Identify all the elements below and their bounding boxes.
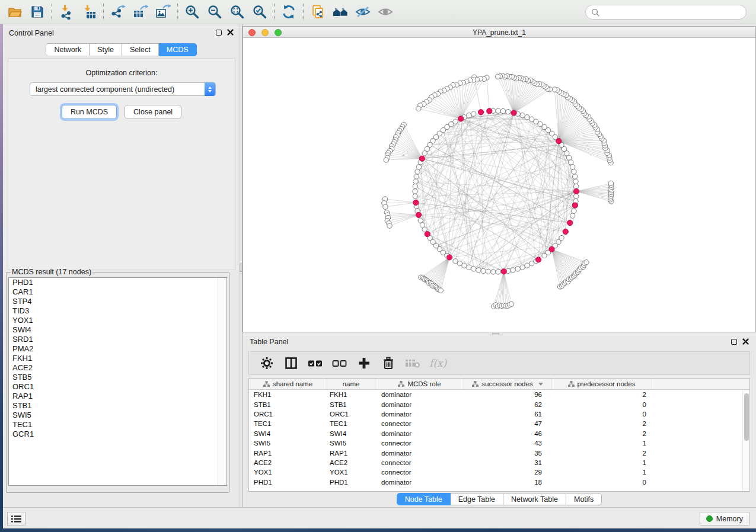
table-cell[interactable]: 46 [464, 430, 551, 437]
export-network-button[interactable] [107, 2, 129, 22]
table-cell[interactable]: STB1 [249, 401, 327, 408]
network-graph[interactable] [243, 38, 756, 332]
table-row[interactable]: STB1STB1dominator620 [249, 399, 749, 409]
table-cell[interactable]: connector [375, 469, 464, 476]
table-cell[interactable]: 35 [464, 450, 551, 457]
export-image-button[interactable] [152, 2, 174, 22]
table-cell[interactable]: FKH1 [249, 391, 327, 398]
column-header-name[interactable]: name [327, 379, 375, 389]
create-column-button[interactable] [356, 355, 372, 371]
table-cell[interactable]: dominator [375, 430, 464, 437]
column-header-predecessor-nodes[interactable]: predecessor nodes [551, 379, 652, 389]
zoom-selected-button[interactable] [248, 2, 271, 22]
clone-network-button[interactable] [307, 2, 329, 22]
table-cell[interactable]: 0 [551, 479, 652, 486]
table-scrollbar[interactable] [742, 390, 749, 491]
refresh-button[interactable] [277, 2, 300, 22]
export-table-button[interactable] [129, 2, 152, 22]
criterion-select[interactable]: largest connected component (undirected) [30, 82, 216, 96]
table-cell[interactable]: 29 [464, 469, 551, 476]
table-row[interactable]: ACE2ACE2connector311 [249, 458, 749, 467]
column-header-mcds-role[interactable]: MCDS role [375, 379, 464, 389]
close-panel-icon[interactable] [227, 29, 234, 36]
table-cell[interactable]: 2 [551, 450, 652, 457]
table-cell[interactable]: PHD1 [249, 479, 327, 486]
mcds-result-item[interactable]: TID3 [9, 306, 227, 316]
scrollbar-thumb[interactable] [744, 393, 749, 441]
unselect-all-button[interactable] [332, 355, 347, 371]
task-history-button[interactable] [7, 512, 25, 525]
float-table-panel-icon[interactable] [731, 339, 737, 345]
network-canvas[interactable] [243, 38, 755, 332]
table-cell[interactable]: TEC1 [249, 420, 327, 427]
mcds-result-item[interactable]: STB5 [9, 373, 227, 382]
table-cell[interactable]: dominator [375, 411, 464, 418]
show-all-button[interactable] [374, 2, 397, 22]
table-row[interactable]: SWI4SWI4dominator462 [249, 429, 749, 438]
table-cell[interactable]: FKH1 [327, 391, 375, 398]
tab-node-table[interactable]: Node Table [397, 493, 451, 505]
delete-column-button[interactable] [381, 355, 396, 371]
tab-network-table[interactable]: Network Table [503, 493, 566, 505]
table-settings-button[interactable] [259, 355, 275, 371]
table-cell[interactable]: 18 [464, 479, 551, 486]
column-header-shared-name[interactable]: shared name [249, 379, 327, 389]
mcds-result-item[interactable]: PMA2 [9, 344, 227, 354]
table-cell[interactable]: connector [375, 440, 464, 447]
first-neighbors-button[interactable] [329, 2, 352, 22]
mcds-result-item[interactable]: CAR1 [9, 287, 227, 297]
table-cell[interactable]: ORC1 [327, 411, 375, 418]
delete-table-button[interactable] [405, 355, 420, 371]
function-builder-button[interactable]: f(x) [429, 355, 446, 371]
float-panel-icon[interactable] [216, 30, 222, 36]
table-cell[interactable]: 62 [464, 401, 551, 408]
zoom-fit-button[interactable] [226, 2, 248, 22]
run-mcds-button[interactable]: Run MCDS [62, 105, 117, 119]
save-session-button[interactable] [26, 2, 49, 22]
table-cell[interactable]: dominator [375, 391, 464, 398]
table-cell[interactable]: dominator [375, 479, 464, 486]
table-cell[interactable]: STB1 [327, 401, 375, 408]
table-row[interactable]: SWI5SWI5connector431 [249, 438, 749, 448]
mcds-result-item[interactable]: SWI5 [9, 411, 227, 420]
mcds-result-list[interactable]: PHD1CAR1STP4TID3YOX1SWI4SRD1PMA2FKH1ACE2… [8, 277, 227, 486]
table-row[interactable]: ORC1ORC1dominator610 [249, 409, 749, 419]
memory-button[interactable]: Memory [700, 512, 749, 525]
tab-network[interactable]: Network [46, 43, 90, 56]
mcds-result-item[interactable]: ACE2 [9, 363, 227, 373]
select-all-button[interactable] [308, 355, 323, 371]
table-cell[interactable]: TEC1 [327, 420, 375, 427]
table-cell[interactable]: SWI4 [327, 430, 375, 437]
import-table-button[interactable] [78, 2, 100, 22]
zoom-in-button[interactable] [181, 2, 203, 22]
table-cell[interactable]: YOX1 [327, 469, 375, 476]
table-cell[interactable]: 2 [551, 420, 652, 427]
tab-mcds[interactable]: MCDS [159, 43, 197, 56]
table-cell[interactable]: 1 [551, 440, 652, 447]
search-input[interactable] [604, 6, 741, 18]
table-cell[interactable]: connector [375, 459, 464, 466]
tab-edge-table[interactable]: Edge Table [451, 493, 503, 505]
close-table-panel-icon[interactable] [742, 338, 749, 345]
mcds-result-item[interactable]: FKH1 [9, 354, 227, 363]
mcds-result-item[interactable]: ORC1 [9, 382, 227, 392]
table-cell[interactable]: 61 [464, 411, 551, 418]
table-row[interactable]: FKH1FKH1dominator962 [249, 390, 749, 399]
table-row[interactable]: YOX1YOX1connector291 [249, 467, 749, 477]
tab-style[interactable]: Style [90, 43, 122, 56]
table-cell[interactable]: 0 [551, 401, 652, 408]
table-cell[interactable]: 1 [551, 469, 652, 476]
mcds-result-item[interactable]: RAP1 [9, 392, 227, 401]
table-cell[interactable]: RAP1 [327, 450, 375, 457]
tab-motifs[interactable]: Motifs [566, 493, 602, 505]
table-cell[interactable]: 2 [551, 430, 652, 437]
show-column-button[interactable] [283, 355, 299, 371]
table-cell[interactable]: 2 [551, 391, 652, 398]
table-cell[interactable]: SWI5 [327, 440, 375, 447]
table-cell[interactable]: 0 [551, 411, 652, 418]
table-cell[interactable]: 43 [464, 440, 551, 447]
table-cell[interactable]: SWI5 [249, 440, 327, 447]
close-panel-button[interactable]: Close panel [125, 105, 181, 119]
table-row[interactable]: RAP1RAP1dominator352 [249, 448, 749, 457]
table-cell[interactable]: ACE2 [327, 459, 375, 466]
